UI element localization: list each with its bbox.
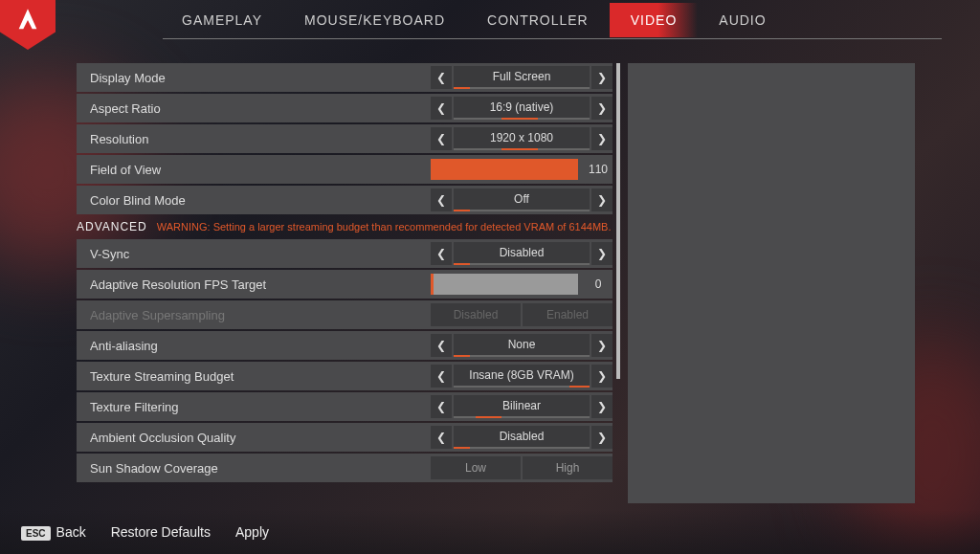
option-selector[interactable]: ❮Disabled❯ xyxy=(431,426,612,449)
option-selector[interactable]: ❮Insane (8GB VRAM)❯ xyxy=(431,365,612,388)
next-arrow-icon[interactable]: ❯ xyxy=(591,426,612,449)
setting-label: Adaptive Resolution FPS Target xyxy=(90,277,431,292)
next-arrow-icon[interactable]: ❯ xyxy=(591,97,612,120)
setting-row: Aspect Ratio❮16:9 (native)❯ xyxy=(77,94,612,122)
apply-button[interactable]: Apply xyxy=(235,524,269,540)
settings-list: Display Mode❮Full Screen❯Aspect Ratio❮16… xyxy=(77,63,612,503)
prev-arrow-icon[interactable]: ❮ xyxy=(431,334,452,357)
setting-label: Display Mode xyxy=(90,71,431,85)
setting-label: Texture Filtering xyxy=(90,400,431,414)
slider-track[interactable] xyxy=(431,274,578,295)
slider-value: 0 xyxy=(584,277,612,291)
next-arrow-icon[interactable]: ❯ xyxy=(591,395,612,418)
selected-value: 16:9 (native) xyxy=(454,97,590,120)
setting-label: Texture Streaming Budget xyxy=(90,369,431,384)
setting-label: Anti-aliasing xyxy=(90,339,431,353)
toggle-option[interactable]: High xyxy=(523,456,612,479)
selected-value: Insane (8GB VRAM) xyxy=(454,365,590,388)
toggle-option: Enabled xyxy=(523,303,612,326)
slider-track[interactable] xyxy=(431,159,578,180)
setting-row: Color Blind Mode❮Off❯ xyxy=(77,186,612,214)
info-panel xyxy=(628,63,915,503)
setting-label: Ambient Occlusion Quality xyxy=(90,431,431,445)
footer-bar: ESCBack Restore Defaults Apply xyxy=(0,510,980,554)
setting-row: Resolution❮1920 x 1080❯ xyxy=(77,124,612,153)
back-button[interactable]: ESCBack xyxy=(21,524,86,541)
next-arrow-icon[interactable]: ❯ xyxy=(591,188,612,211)
toggle-option[interactable]: Low xyxy=(431,456,521,479)
prev-arrow-icon[interactable]: ❮ xyxy=(431,365,452,388)
tab-audio[interactable]: AUDIO xyxy=(698,3,787,37)
prev-arrow-icon[interactable]: ❮ xyxy=(431,188,452,211)
setting-row: Sun Shadow CoverageLowHigh xyxy=(77,454,612,482)
setting-label: Adaptive Supersampling xyxy=(90,308,431,322)
prev-arrow-icon[interactable]: ❮ xyxy=(431,66,452,89)
tab-video[interactable]: VIDEO xyxy=(610,3,699,37)
next-arrow-icon[interactable]: ❯ xyxy=(591,66,612,89)
option-selector[interactable]: ❮None❯ xyxy=(431,334,612,357)
selected-value: Disabled xyxy=(454,242,590,265)
selected-value: 1920 x 1080 xyxy=(454,127,590,150)
vram-warning: WARNING: Setting a larger streaming budg… xyxy=(157,221,612,233)
option-selector[interactable]: ❮Disabled❯ xyxy=(431,242,612,265)
next-arrow-icon[interactable]: ❯ xyxy=(591,365,612,388)
option-selector[interactable]: ❮1920 x 1080❯ xyxy=(431,127,612,150)
selected-value: Disabled xyxy=(454,426,590,449)
section-advanced: ADVANCEDWARNING: Setting a larger stream… xyxy=(77,216,612,237)
prev-arrow-icon[interactable]: ❮ xyxy=(431,242,452,265)
prev-arrow-icon[interactable]: ❮ xyxy=(431,127,452,150)
setting-row: Display Mode❮Full Screen❯ xyxy=(77,63,612,92)
setting-label: Aspect Ratio xyxy=(90,101,431,116)
option-selector[interactable]: ❮Bilinear❯ xyxy=(431,395,612,418)
setting-label: Resolution xyxy=(90,132,431,146)
setting-label: Sun Shadow Coverage xyxy=(90,461,431,476)
selected-value: Full Screen xyxy=(454,66,590,89)
prev-arrow-icon[interactable]: ❮ xyxy=(431,426,452,449)
setting-row: Field of View110 xyxy=(77,155,612,184)
tab-controller[interactable]: CONTROLLER xyxy=(466,3,610,37)
setting-row: Anti-aliasing❮None❯ xyxy=(77,331,612,360)
setting-row: Adaptive Resolution FPS Target0 xyxy=(77,270,612,299)
selected-value: None xyxy=(454,334,590,357)
option-selector[interactable]: ❮Off❯ xyxy=(431,188,612,211)
toggle[interactable]: LowHigh xyxy=(431,456,612,479)
selected-value: Bilinear xyxy=(454,395,590,418)
option-selector[interactable]: ❮16:9 (native)❯ xyxy=(431,97,612,120)
next-arrow-icon[interactable]: ❯ xyxy=(591,334,612,357)
settings-tabs: GAMEPLAYMOUSE/KEYBOARDCONTROLLERVIDEOAUD… xyxy=(161,3,788,37)
setting-row: V-Sync❮Disabled❯ xyxy=(77,239,612,268)
scrollbar[interactable] xyxy=(616,63,620,379)
esc-key-icon: ESC xyxy=(21,526,51,541)
prev-arrow-icon[interactable]: ❮ xyxy=(431,97,452,120)
option-selector[interactable]: ❮Full Screen❯ xyxy=(431,66,612,89)
setting-label: V-Sync xyxy=(90,247,431,261)
tab-gameplay[interactable]: GAMEPLAY xyxy=(161,3,283,37)
toggle: DisabledEnabled xyxy=(431,303,612,326)
tab-underline xyxy=(163,38,942,39)
toggle-option: Disabled xyxy=(431,303,521,326)
setting-row: Texture Filtering❮Bilinear❯ xyxy=(77,392,612,421)
restore-defaults-button[interactable]: Restore Defaults xyxy=(111,524,211,540)
tab-mousekeyboard[interactable]: MOUSE/KEYBOARD xyxy=(283,3,466,37)
next-arrow-icon[interactable]: ❯ xyxy=(591,127,612,150)
setting-row: Adaptive SupersamplingDisabledEnabled xyxy=(77,300,612,329)
setting-row: Ambient Occlusion Quality❮Disabled❯ xyxy=(77,423,612,452)
selected-value: Off xyxy=(454,188,590,211)
slider[interactable]: 110 xyxy=(431,159,612,180)
next-arrow-icon[interactable]: ❯ xyxy=(591,242,612,265)
slider[interactable]: 0 xyxy=(431,274,612,295)
slider-value: 110 xyxy=(584,163,612,176)
setting-label: Field of View xyxy=(90,163,431,177)
setting-row: Texture Streaming Budget❮Insane (8GB VRA… xyxy=(77,362,612,390)
prev-arrow-icon[interactable]: ❮ xyxy=(431,395,452,418)
setting-label: Color Blind Mode xyxy=(90,193,431,208)
